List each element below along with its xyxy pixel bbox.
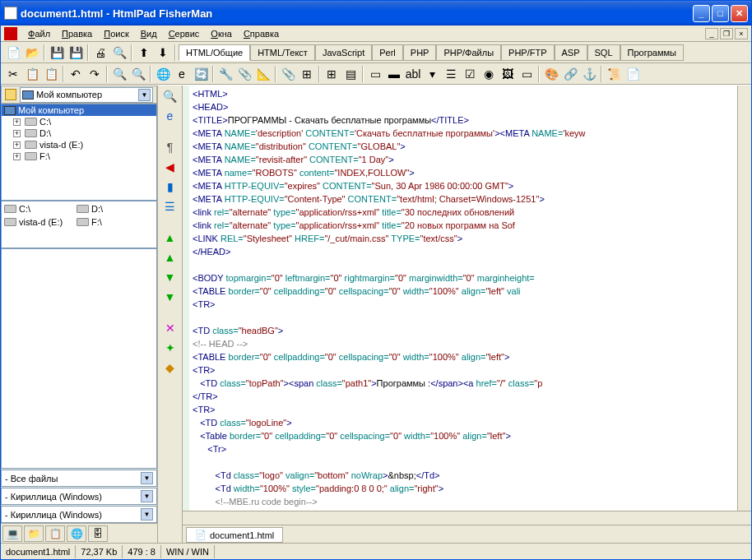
tab-php-ftp[interactable]: PHP/FTP xyxy=(501,44,554,61)
special-1-icon[interactable]: ✕ xyxy=(163,321,178,336)
files-panel[interactable] xyxy=(1,248,157,469)
menu-tools[interactable]: Сервис xyxy=(163,27,206,40)
marker-red-icon[interactable]: ◀ xyxy=(163,160,178,174)
horizontal-scrollbar[interactable] xyxy=(183,511,751,525)
combo-button[interactable]: ▾ xyxy=(423,65,441,83)
nav-up-icon[interactable]: ▲ xyxy=(163,250,178,265)
ie-button[interactable]: e xyxy=(173,65,191,83)
cut-button[interactable]: ✂ xyxy=(4,65,22,83)
tool2-button[interactable]: 📎 xyxy=(235,65,253,83)
dropdown-icon[interactable]: ▼ xyxy=(141,508,153,521)
sidebar-tab-clips[interactable]: 📋 xyxy=(45,525,65,542)
image-button[interactable]: 🖼 xyxy=(499,65,517,83)
grid-button[interactable]: ⊞ xyxy=(323,65,341,83)
list-button[interactable]: ☰ xyxy=(442,65,460,83)
expand-icon[interactable]: + xyxy=(13,130,21,137)
expand-icon[interactable]: + xyxy=(13,153,21,160)
encoding-combo-1[interactable]: - Кириллица (Windows)▼ xyxy=(1,488,157,505)
special-2-icon[interactable]: ✦ xyxy=(163,340,178,355)
redo-button[interactable]: ↷ xyxy=(86,65,104,83)
layout-button[interactable]: ▤ xyxy=(341,65,360,83)
nav-down-icon[interactable]: ▼ xyxy=(163,270,178,285)
paste-button[interactable]: 📋 xyxy=(42,65,60,83)
tab-programs[interactable]: Программы xyxy=(620,44,684,61)
tab-html-common[interactable]: HTML/Общие xyxy=(179,44,250,61)
radio-button[interactable]: ◉ xyxy=(480,65,498,83)
save-all-button[interactable]: 💾 xyxy=(67,44,85,62)
drives-panel[interactable]: C:\ D:\ vista-d (E:) F:\ xyxy=(1,201,157,248)
tab-javascript[interactable]: JavaScript xyxy=(315,44,372,61)
menu-file[interactable]: Файл xyxy=(22,27,56,40)
tool3-button[interactable]: 📐 xyxy=(254,65,272,83)
menu-windows[interactable]: Окна xyxy=(205,27,238,40)
find-replace-button[interactable]: 🔍 xyxy=(129,65,147,83)
browser-icon[interactable]: e xyxy=(163,109,178,123)
tab-asp[interactable]: ASP xyxy=(555,44,587,61)
tree-node[interactable]: +C:\ xyxy=(2,116,156,127)
tree-root[interactable]: Мой компьютер xyxy=(2,104,156,116)
preview-button[interactable]: 🔍 xyxy=(110,44,128,62)
save-button[interactable]: 💾 xyxy=(48,44,66,62)
menu-view[interactable]: Вид xyxy=(135,27,163,40)
browser-button[interactable]: 🌐 xyxy=(154,65,172,83)
sidebar-tab-db[interactable]: 🗄 xyxy=(88,525,108,542)
bookmark-icon[interactable]: ▮ xyxy=(163,179,178,194)
menu-edit[interactable]: Правка xyxy=(56,27,98,40)
sidebar-tab-ftp[interactable]: 🌐 xyxy=(67,525,86,542)
encoding-combo-2[interactable]: - Кириллица (Windows)▼ xyxy=(1,506,157,523)
maximize-button[interactable]: □ xyxy=(712,5,729,22)
titlebar[interactable]: document1.html - HtmlPad FisherMan _ □ ✕ xyxy=(1,1,751,25)
tree-node[interactable]: +vista-d (E:) xyxy=(2,139,156,150)
refresh-button[interactable]: 🔄 xyxy=(192,65,210,83)
dropdown-icon[interactable]: ▼ xyxy=(141,472,153,484)
tab-perl[interactable]: Perl xyxy=(372,44,403,61)
code-editor[interactable]: <HTML><HEAD><TITLE>ПРОГРАММЫ - Скачать б… xyxy=(183,86,737,511)
download-button[interactable]: ⬇ xyxy=(154,44,172,62)
upload-button[interactable]: ⬆ xyxy=(135,44,153,62)
print-button[interactable]: 🖨 xyxy=(91,44,109,62)
expand-icon[interactable]: + xyxy=(13,141,21,149)
form-button[interactable]: ▭ xyxy=(366,65,384,83)
tree-node[interactable]: +D:\ xyxy=(2,127,156,139)
sidebar-tab-project[interactable]: 📁 xyxy=(24,525,44,542)
nav-up-double-icon[interactable]: ▲ xyxy=(163,230,178,245)
drive-item[interactable]: D:\ xyxy=(76,203,146,215)
copy-button[interactable]: 📋 xyxy=(23,65,41,83)
mdi-close-button[interactable]: × xyxy=(735,28,748,39)
close-button[interactable]: ✕ xyxy=(731,5,748,22)
expand-icon[interactable]: + xyxy=(13,118,21,126)
check-button[interactable]: ☑ xyxy=(461,65,479,83)
new-button[interactable]: 📄 xyxy=(4,44,22,62)
dropdown-icon[interactable]: ▼ xyxy=(141,490,153,502)
link-button[interactable]: 🔗 xyxy=(561,65,579,83)
folder-tree[interactable]: Мой компьютер +C:\ +D:\ +vista-d (E:) +F… xyxy=(1,104,157,201)
vertical-scrollbar[interactable] xyxy=(737,86,751,511)
special-3-icon[interactable]: ◆ xyxy=(163,360,178,375)
submit-button[interactable]: ▭ xyxy=(518,65,536,83)
search-icon[interactable]: 🔍 xyxy=(163,89,178,104)
nav-down-double-icon[interactable]: ▼ xyxy=(163,289,178,304)
tab-php[interactable]: PHP xyxy=(403,44,437,61)
tab-sql[interactable]: SQL xyxy=(587,44,620,61)
file-filter-combo[interactable]: - Все файлы▼ xyxy=(1,470,157,487)
text-button[interactable]: abl xyxy=(404,65,422,83)
sidebar-tab-drives[interactable]: 💻 xyxy=(2,525,22,542)
menu-help[interactable]: Справка xyxy=(238,27,285,40)
tree-node[interactable]: +F:\ xyxy=(2,150,156,162)
list-icon[interactable]: ☰ xyxy=(163,199,178,214)
undo-button[interactable]: ↶ xyxy=(67,65,85,83)
script-button[interactable]: 📜 xyxy=(605,65,623,83)
menu-search[interactable]: Поиск xyxy=(98,27,134,40)
tab-html-text[interactable]: HTML/Текст xyxy=(250,44,315,61)
find-button[interactable]: 🔍 xyxy=(110,65,128,83)
document-tab[interactable]: 📄 document1.html xyxy=(186,527,283,543)
table-button[interactable]: ⊞ xyxy=(298,65,316,83)
mdi-restore-button[interactable]: ❐ xyxy=(720,28,733,39)
field-button[interactable]: ▬ xyxy=(385,65,403,83)
open-button[interactable]: 📂 xyxy=(23,44,41,62)
app-menu-icon[interactable] xyxy=(4,27,17,40)
tool-button[interactable]: 🔧 xyxy=(216,65,234,83)
dropdown-icon[interactable]: ▼ xyxy=(138,89,151,101)
tab-php-files[interactable]: PHP/Файлы xyxy=(436,44,501,61)
color-button[interactable]: 🎨 xyxy=(542,65,560,83)
